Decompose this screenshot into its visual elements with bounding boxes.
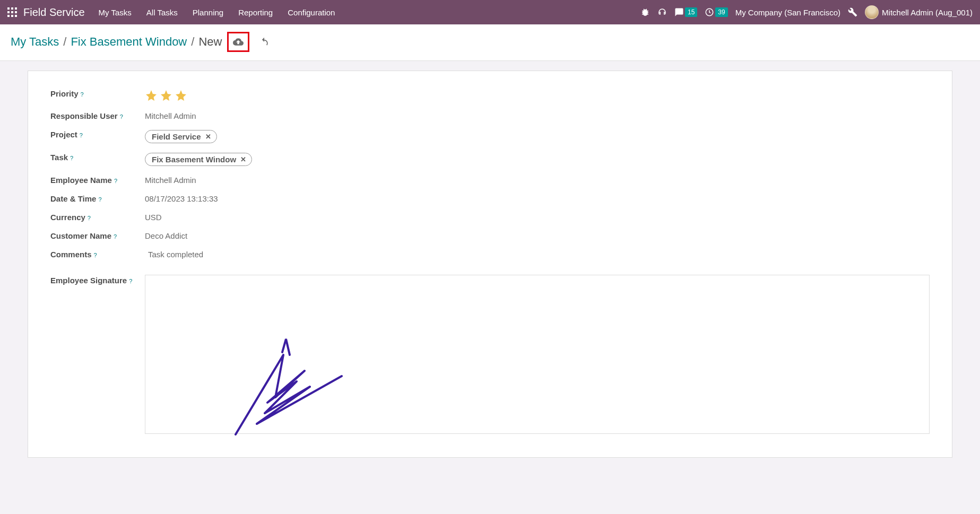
task-tag[interactable]: Fix Basement Window ✕ [145, 153, 252, 166]
discard-button[interactable] [257, 34, 272, 49]
help-icon[interactable]: ? [94, 252, 97, 258]
help-icon[interactable]: ? [114, 233, 117, 240]
help-icon[interactable]: ? [81, 91, 84, 98]
help-icon[interactable]: ? [80, 132, 83, 138]
field-signature: Employee Signature ? [50, 274, 930, 434]
support-icon[interactable] [657, 7, 667, 17]
main-menu: My Tasks All Tasks Planning Reporting Co… [99, 8, 335, 17]
apps-icon[interactable] [4, 4, 20, 20]
save-button[interactable] [231, 34, 246, 49]
breadcrumb-level2[interactable]: Fix Basement Window [71, 35, 187, 49]
menu-all-tasks[interactable]: All Tasks [146, 8, 178, 17]
activities-badge: 39 [715, 7, 727, 17]
tools-icon[interactable] [848, 7, 857, 17]
save-highlight [227, 32, 249, 52]
field-task: Task ? Fix Basement Window ✕ [50, 151, 930, 166]
customer-label: Customer Name [50, 231, 111, 240]
breadcrumb-level1[interactable]: My Tasks [11, 35, 59, 49]
project-tag-label: Field Service [152, 132, 201, 141]
user-avatar [865, 5, 879, 19]
datetime-label: Date & Time [50, 194, 96, 203]
field-customer: Customer Name ? Deco Addict [50, 229, 930, 240]
customer-value[interactable]: Deco Addict [145, 229, 187, 240]
help-icon[interactable]: ? [129, 278, 132, 284]
field-responsible: Responsible User ? Mitchell Admin [50, 109, 930, 120]
signature-box[interactable] [145, 275, 930, 434]
svg-rect-7 [11, 15, 13, 17]
breadcrumb: My Tasks / Fix Basement Window / New [11, 32, 272, 52]
field-project: Project ? Field Service ✕ [50, 128, 930, 143]
star-icon[interactable] [175, 89, 187, 102]
help-icon[interactable]: ? [70, 155, 73, 161]
menu-my-tasks[interactable]: My Tasks [99, 8, 132, 17]
help-icon[interactable]: ? [114, 178, 117, 184]
employee-label: Employee Name [50, 176, 112, 185]
help-icon[interactable]: ? [98, 196, 101, 203]
datetime-value[interactable]: 08/17/2023 13:13:33 [145, 192, 218, 203]
help-icon[interactable]: ? [120, 114, 123, 120]
company-selector[interactable]: My Company (San Francisco) [735, 8, 840, 17]
svg-rect-6 [7, 15, 10, 17]
signature-label: Employee Signature [50, 276, 127, 285]
field-priority: Priority ? [50, 87, 930, 102]
svg-rect-1 [11, 7, 13, 10]
breadcrumb-sep: / [191, 35, 194, 49]
breadcrumb-sep: / [63, 35, 66, 49]
comments-label: Comments [50, 250, 92, 259]
messages-badge: 15 [685, 7, 697, 17]
app-brand[interactable]: Field Service [23, 6, 85, 19]
employee-value[interactable]: Mitchell Admin [145, 173, 196, 185]
star-icon[interactable] [145, 89, 158, 102]
field-comments: Comments ? Task completed [50, 248, 930, 259]
svg-rect-2 [15, 7, 17, 10]
top-navbar: Field Service My Tasks All Tasks Plannin… [0, 0, 980, 24]
currency-label: Currency [50, 213, 85, 222]
responsible-label: Responsible User [50, 111, 118, 120]
star-icon[interactable] [160, 89, 172, 102]
priority-label: Priority [50, 89, 79, 98]
user-label: Mitchell Admin (Aug_001) [882, 8, 973, 17]
task-tag-label: Fix Basement Window [152, 155, 236, 164]
comments-value[interactable]: Task completed [145, 248, 203, 259]
bug-icon[interactable] [640, 7, 650, 17]
field-currency: Currency ? USD [50, 211, 930, 222]
currency-value[interactable]: USD [145, 211, 162, 222]
form-sheet: Priority ? Responsible User ? Mitchell A… [28, 71, 952, 458]
priority-stars[interactable] [145, 87, 187, 102]
field-employee: Employee Name ? Mitchell Admin [50, 173, 930, 185]
responsible-value[interactable]: Mitchell Admin [145, 109, 196, 120]
user-menu[interactable]: Mitchell Admin (Aug_001) [865, 5, 973, 19]
content-area: Priority ? Responsible User ? Mitchell A… [0, 61, 980, 514]
close-icon[interactable]: ✕ [205, 133, 211, 141]
field-datetime: Date & Time ? 08/17/2023 13:13:33 [50, 192, 930, 203]
systray: 15 39 My Company (San Francisco) Mitchel… [640, 5, 976, 19]
svg-rect-0 [7, 7, 10, 10]
task-label: Task [50, 153, 68, 162]
project-label: Project [50, 130, 77, 139]
svg-rect-3 [7, 11, 10, 13]
menu-reporting[interactable]: Reporting [238, 8, 273, 17]
breadcrumb-current: New [198, 35, 222, 49]
close-icon[interactable]: ✕ [240, 155, 246, 163]
svg-rect-4 [11, 11, 13, 13]
svg-rect-5 [15, 11, 17, 13]
activities-icon[interactable]: 39 [705, 7, 727, 17]
signature-drawing [204, 323, 416, 440]
svg-rect-8 [15, 15, 17, 17]
menu-configuration[interactable]: Configuration [288, 8, 335, 17]
project-tag[interactable]: Field Service ✕ [145, 130, 217, 143]
menu-planning[interactable]: Planning [193, 8, 223, 17]
help-icon[interactable]: ? [88, 215, 91, 221]
control-bar: My Tasks / Fix Basement Window / New [0, 24, 980, 61]
messages-icon[interactable]: 15 [674, 7, 697, 17]
